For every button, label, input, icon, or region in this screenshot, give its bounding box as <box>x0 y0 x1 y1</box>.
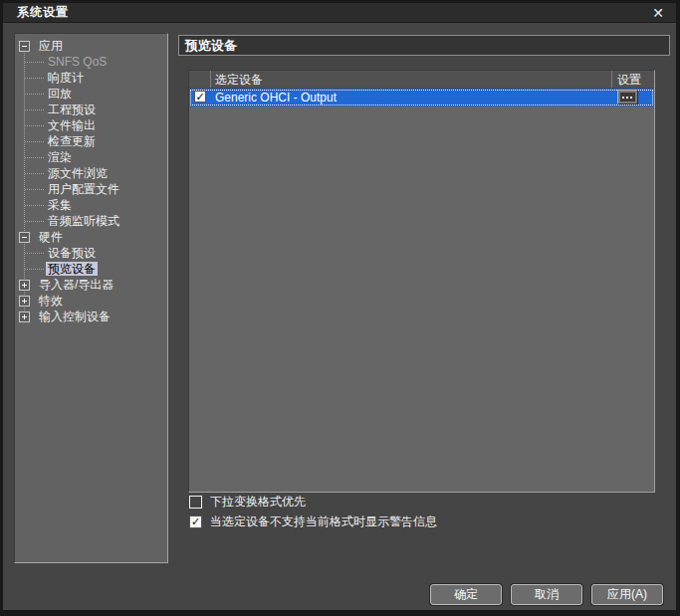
tree-item-application[interactable]: 应用 <box>15 38 167 54</box>
tree-item-input-control-devices[interactable]: 输入控制设备 <box>15 308 167 324</box>
pulldown-priority-checkbox[interactable] <box>189 496 202 509</box>
ok-button[interactable]: 确定 <box>430 584 502 605</box>
device-name: Generic OHCI - Output <box>215 91 337 104</box>
expander-minus-icon[interactable] <box>19 232 30 243</box>
tree-item-project-presets[interactable]: 工程预设 <box>15 102 167 117</box>
column-header-checkbox <box>189 71 211 88</box>
tree-item-render[interactable]: 渲染 <box>15 149 167 165</box>
check-icon: ✓ <box>195 91 204 103</box>
tree-item-capture[interactable]: 采集 <box>15 197 167 213</box>
table-row[interactable]: ✓ Generic OHCI - Output <box>189 89 654 106</box>
cancel-button[interactable]: 取消 <box>511 584 582 605</box>
device-table: 选定设备 设置 ✓ Generic OHCI - Output <box>188 70 655 493</box>
column-header-device: 选定设备 <box>211 71 612 88</box>
column-header-settings: 设置 <box>612 71 654 88</box>
tree-item-file-output[interactable]: 文件输出 <box>15 117 167 133</box>
panel-header: 预览设备 <box>178 35 670 56</box>
expander-plus-icon[interactable] <box>19 296 30 307</box>
tree-item-snfs-qos[interactable]: SNFS QoS <box>15 54 167 70</box>
page-title: 预览设备 <box>179 37 237 55</box>
expander-plus-icon[interactable] <box>19 280 30 291</box>
tree-item-user-profiles[interactable]: 用户配置文件 <box>15 181 167 197</box>
settings-dialog: 系统设置 ✕ 应用 SNFS QoS 响度计 回放 工程预设 文件输出 检查更新… <box>0 0 680 616</box>
tree-item-effects[interactable]: 特效 <box>15 293 167 308</box>
tree-item-source-browser[interactable]: 源文件浏览 <box>15 165 167 181</box>
show-warning-checkbox[interactable]: ✓ <box>189 515 202 528</box>
tree-item-playback[interactable]: 回放 <box>15 86 167 102</box>
tree-item-importer-exporter[interactable]: 导入器/导出器 <box>15 277 167 293</box>
option-label: 下拉变换格式优先 <box>210 494 306 511</box>
tree-item-device-presets[interactable]: 设备预设 <box>15 245 167 261</box>
expander-minus-icon[interactable] <box>19 41 30 52</box>
expander-plus-icon[interactable] <box>19 311 30 322</box>
option-pulldown-priority[interactable]: 下拉变换格式优先 <box>189 495 306 509</box>
tree-item-loudness-meter[interactable]: 响度计 <box>15 70 167 86</box>
tree-item-preview-device[interactable]: 预览设备 <box>15 261 167 277</box>
apply-button[interactable]: 应用(A) <box>591 584 663 605</box>
device-settings-button[interactable] <box>617 90 638 104</box>
settings-tree: 应用 SNFS QoS 响度计 回放 工程预设 文件输出 检查更新 渲染 源文件… <box>14 33 168 563</box>
device-enabled-checkbox[interactable]: ✓ <box>194 91 206 103</box>
close-icon[interactable]: ✕ <box>648 4 668 22</box>
tree-item-hardware[interactable]: 硬件 <box>15 229 167 245</box>
table-header: 选定设备 设置 <box>189 71 654 89</box>
option-show-warning[interactable]: ✓ 当选定设备不支持当前格式时显示警告信息 <box>189 514 437 528</box>
check-icon: ✓ <box>191 515 200 528</box>
ellipsis-icon <box>620 93 635 102</box>
title-bar: 系统设置 ✕ <box>3 3 676 23</box>
option-label: 当选定设备不支持当前格式时显示警告信息 <box>210 513 437 530</box>
tree-item-check-updates[interactable]: 检查更新 <box>15 133 167 149</box>
window-title: 系统设置 <box>3 4 69 21</box>
tree-item-audio-monitor-mode[interactable]: 音频监听模式 <box>15 213 167 229</box>
